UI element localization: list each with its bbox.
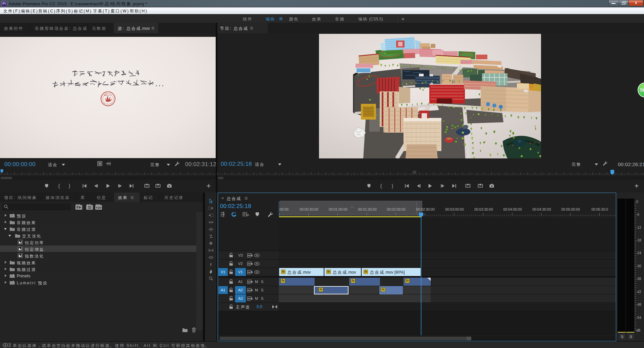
svg-text:00:01:30:00: 00:01:30:00 (358, 207, 377, 211)
svg-text:YUV: YUV (96, 206, 102, 209)
svg-text:32: 32 (88, 206, 92, 209)
svg-text:00:01:00:00: 00:01:00:00 (329, 207, 347, 211)
svg-text:聊城大学: 聊城大学 (104, 94, 112, 96)
svg-text:00:05:30:0: 00:05:30:0 (591, 207, 608, 211)
svg-text:00:03:30:00: 00:03:30:00 (474, 207, 493, 211)
svg-text:}: } (69, 183, 70, 189)
svg-text:00:02:00:00: 00:02:00:00 (387, 207, 406, 211)
svg-text:}: } (392, 183, 393, 189)
svg-text:00:02:30:00: 00:02:30:00 (416, 207, 435, 211)
svg-text:{: { (58, 183, 60, 189)
svg-text:00:04:30:00: 00:04:30:00 (532, 207, 551, 211)
svg-text:00:05:00:00: 00:05:00:00 (561, 207, 580, 211)
svg-text:00:00:30:00: 00:00:30:00 (300, 207, 318, 211)
svg-text:00:03:00:00: 00:03:00:00 (445, 207, 464, 211)
svg-text:00:04:00:00: 00:04:00:00 (503, 207, 522, 211)
svg-text::00:00: :00:00 (279, 207, 288, 211)
svg-text:{: { (380, 183, 382, 189)
